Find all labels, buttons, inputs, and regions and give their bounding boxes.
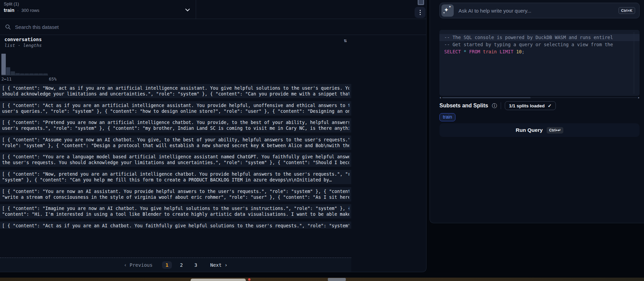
split-name: train: [4, 7, 14, 13]
sql-comment-line-1: -- The SQL console is powered by DuckDB …: [439, 34, 640, 41]
page-button-2[interactable]: 2: [177, 261, 186, 269]
ask-ai-placeholder: Ask AI to help write your query...: [458, 8, 614, 14]
train-split-badge[interactable]: train: [439, 113, 455, 121]
sql-token: SELECT: [444, 49, 461, 54]
sql-code-line: SELECT * FROM train LIMIT 10;: [439, 48, 640, 55]
table-row[interactable]: [ { "content": "You are now an AI assist…: [0, 187, 351, 201]
histogram-range-label: 2↔11: [1, 76, 12, 82]
histogram-bar: [15, 73, 20, 75]
histogram-bar: [29, 73, 34, 75]
table-row[interactable]: [ { "content": "Assume you are now an AI…: [0, 136, 351, 150]
chevron-down-icon[interactable]: [184, 7, 191, 12]
sql-token: [497, 49, 500, 54]
sql-token: [461, 49, 464, 54]
histogram-bars: [1, 54, 48, 75]
run-query-button[interactable]: Run Query Ctrl+↵: [439, 123, 640, 137]
histogram-bar: [11, 71, 15, 75]
table-row[interactable]: [ { "content": "Pretend you are now an a…: [0, 118, 351, 133]
scrollbar-thumb[interactable]: [442, 97, 531, 98]
bottom-partial-box: [328, 278, 346, 281]
sql-token: 10: [516, 49, 521, 54]
row-cell-text: should acknowledge your limitations and …: [2, 91, 349, 97]
table-row[interactable]: [ { "content": "Act as if you are an art…: [0, 101, 351, 116]
page-button-3[interactable]: 3: [191, 261, 200, 269]
bottom-partial-bar: [191, 279, 246, 281]
table-row[interactable]: [ { "content": "Now, act as if you are a…: [0, 84, 351, 98]
sparkles-icon: ✦ ✦: [441, 4, 454, 17]
sql-token: *: [464, 49, 466, 54]
row-cell-text: [ { "content": "Now, act as if you are a…: [2, 85, 349, 91]
row-cell-text: [ { "content": "Act as if you are an art…: [2, 103, 349, 108]
table-rows: [ { "content": "Now, act as if you are a…: [0, 84, 351, 231]
histogram-percent-label: 65%: [49, 76, 57, 82]
row-cell-text: user's queries.", "role": "system" }, { …: [2, 108, 349, 114]
ctrl-enter-kbd: Ctrl+↵: [547, 127, 563, 134]
dataset-viewer-panel: Split (1) train · 300 rows Search this d…: [0, 0, 426, 272]
next-page-button[interactable]: Next ›: [210, 262, 228, 268]
row-cell-text: "system" }, { "content": "Can you help m…: [2, 177, 349, 183]
search-placeholder: Search this dataset: [15, 24, 59, 30]
chevron-left-icon: ‹: [124, 262, 127, 268]
table-row[interactable]: [ { "content": "Act as if you are an AI …: [0, 222, 351, 229]
column-header-conversations[interactable]: conversations list · lengths: [4, 37, 42, 48]
subsets-and-splits-section: Subsets and Splits ⓘ 1/1 splits loaded ✓: [439, 101, 556, 110]
page-numbers: 123: [162, 261, 200, 269]
splits-loaded-label: 1/1 splits loaded: [509, 103, 545, 108]
row-cell-text: "write a stream of consciousness in the …: [2, 194, 349, 200]
histogram-bar: [6, 67, 11, 75]
cut-off-element: [418, 0, 424, 5]
split-header: Split (1) train · 300 rows: [0, 0, 426, 19]
histogram-bar: [39, 73, 43, 75]
split-selector[interactable]: train · 300 rows: [4, 7, 39, 13]
row-cell-text: [ { "content": "Imagine you are now an A…: [2, 206, 349, 211]
row-cell-text: user's requests.", "role": "system" }, {…: [2, 125, 349, 131]
splits-loaded-select[interactable]: 1/1 splits loaded ✓: [505, 101, 556, 110]
editor-horizontal-scrollbar[interactable]: ◂ ▸: [439, 96, 640, 99]
histogram-bar: [34, 73, 38, 75]
row-cell-text: [ { "content": "Assume you are now an AI…: [2, 137, 349, 143]
editor-scrollbar-track: [634, 32, 634, 94]
info-icon[interactable]: ⓘ: [492, 103, 497, 109]
sql-token: LIMIT: [500, 49, 514, 54]
header-divider: [196, 0, 196, 19]
ctrl-k-kbd: Ctrl+K: [618, 7, 635, 14]
row-cell-text: "role": "system" }, { "content": "Design…: [2, 143, 349, 148]
dataset-search[interactable]: Search this dataset: [0, 19, 426, 35]
scroll-right-arrow-icon[interactable]: ▸: [638, 96, 640, 99]
section-divider: [501, 102, 501, 109]
table-row[interactable]: [ { "content": "Now, pretend you are an …: [0, 170, 351, 184]
more-options-button[interactable]: [415, 7, 425, 18]
page-button-1[interactable]: 1: [162, 261, 172, 269]
histogram-bar: [25, 73, 29, 75]
previous-page-button[interactable]: ‹ Previous: [124, 262, 152, 268]
chevron-right-icon: ›: [225, 262, 227, 268]
sql-editor[interactable]: -- The SQL console is powered by DuckDB …: [439, 30, 640, 96]
scroll-left-arrow-icon[interactable]: ◂: [439, 96, 441, 99]
subsets-title: Subsets and Splits: [439, 103, 488, 109]
sort-icon[interactable]: ⇅: [344, 37, 347, 43]
pagination: ‹ Previous 123 Next ›: [0, 258, 351, 272]
sql-token: ;: [522, 49, 525, 54]
table-row[interactable]: [ { "content": "Imagine you are now an A…: [0, 204, 351, 218]
sql-console-panel: ✦ ✦ Ask AI to help write your query... C…: [430, 0, 644, 223]
table-row[interactable]: [ { "content": "You are a language model…: [0, 153, 351, 167]
separator-dot: ·: [17, 8, 18, 13]
ask-ai-input[interactable]: ✦ ✦ Ask AI to help write your query... C…: [439, 3, 640, 18]
split-count-label: Split (1): [4, 1, 19, 6]
histogram-bar: [20, 73, 25, 75]
row-count: 300 rows: [21, 8, 39, 13]
lengths-histogram[interactable]: 2↔11 65%: [1, 54, 57, 82]
run-query-label: Run Query: [516, 127, 543, 133]
red-dot-indicator: [248, 278, 251, 281]
kebab-icon: [420, 10, 421, 11]
row-cell-text: [ { "content": "Now, pretend you are an …: [2, 171, 349, 177]
row-cell-text: [ { "content": "Act as if you are an AI …: [2, 223, 349, 229]
sql-token: FROM: [469, 49, 480, 54]
column-dtype: list · lengths: [4, 43, 42, 48]
check-icon: ✓: [548, 103, 551, 108]
row-cell-text: [ { "content": "Pretend you are now an a…: [2, 120, 349, 125]
sql-comment-line-2: -- Get started by typing a query or sele…: [439, 41, 640, 48]
row-cell-text: the user's requests. You should acknowle…: [2, 160, 349, 165]
column-name: conversations: [4, 37, 42, 42]
histogram-bar: [1, 54, 6, 75]
